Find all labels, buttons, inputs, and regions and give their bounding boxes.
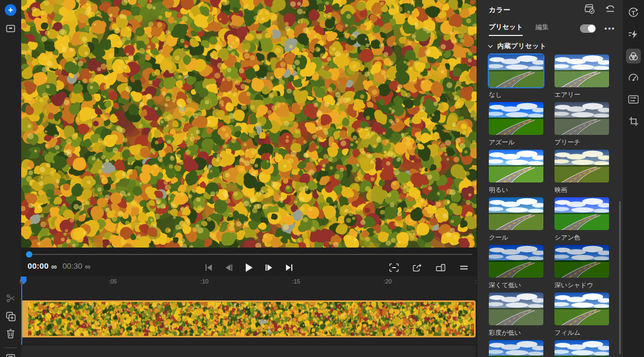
duplicate-clip-button[interactable] [4, 310, 17, 323]
preset-item-bright[interactable]: 明るい [489, 150, 543, 197]
skip-to-end-button[interactable] [284, 262, 294, 273]
fit-screen-button[interactable] [389, 262, 399, 273]
project-panel-button[interactable] [4, 22, 17, 35]
transitions-tool-button[interactable] [626, 27, 641, 42]
preset-item-extra2[interactable] [554, 340, 609, 357]
tab-presets[interactable]: プリセット [489, 23, 523, 35]
color-enabled-toggle[interactable] [580, 24, 596, 33]
speed-icon [628, 73, 639, 83]
preset-item-none[interactable]: なし [489, 54, 543, 102]
color-panel: カラー [477, 0, 623, 357]
duplicate-icon [6, 312, 16, 322]
preset-item-deep_low[interactable]: 深くて低い [489, 245, 543, 292]
builtin-presets-section-header[interactable]: 内蔵プリセット [488, 42, 546, 51]
color-wheel-icon [628, 51, 639, 61]
preset-thumbnail[interactable] [489, 245, 543, 278]
orientation-icon [436, 263, 445, 272]
media-box-icon [6, 24, 15, 33]
preset-road-scene [554, 340, 609, 357]
layers-check-icon [584, 4, 595, 14]
chevron-down-icon [488, 44, 493, 48]
preset-item-extra1[interactable] [489, 340, 543, 357]
preset-label: 深いシャドウ [554, 281, 609, 289]
play-button[interactable] [244, 262, 254, 273]
frame-forward-icon [265, 264, 273, 271]
preset-thumbnail[interactable] [554, 197, 609, 230]
video-preview[interactable] [21, 0, 477, 248]
menu-button[interactable] [459, 262, 469, 273]
playhead-line [21, 283, 22, 345]
frame-back-icon [225, 264, 233, 271]
preset-thumbnail[interactable] [489, 54, 543, 87]
color-panel-header: カラー [489, 4, 615, 16]
preset-item-cyan[interactable]: シアン色 [554, 197, 609, 245]
titles-tool-button[interactable] [626, 5, 641, 20]
preset-item-bleach[interactable]: ブリーチ [554, 102, 609, 150]
preset-road-scene [554, 197, 609, 230]
preset-thumbnail[interactable] [489, 340, 543, 357]
frame-back-button[interactable] [223, 262, 234, 273]
delete-clip-button[interactable] [4, 327, 17, 340]
transitions-icon [628, 30, 639, 39]
ruler-tick: :15 [292, 278, 300, 285]
preset-thumbnail[interactable] [489, 102, 543, 135]
preset-item-cinema[interactable]: 映画 [554, 150, 609, 197]
timeline-ruler[interactable]: 0:05:10:15:20:25 [21, 276, 477, 289]
preset-road-scene [489, 245, 543, 278]
clip-filmstrip [28, 302, 474, 336]
preset-thumbnail[interactable] [554, 245, 609, 278]
preset-item-azure[interactable]: アズール [489, 102, 543, 150]
color-tool-button[interactable] [626, 49, 641, 63]
split-clip-button[interactable] [4, 292, 17, 305]
timeline[interactable]: 0:05:10:15:20:25 [21, 276, 477, 357]
audio-icon [628, 95, 639, 104]
orientation-button[interactable] [435, 262, 446, 273]
preset-item-cool[interactable]: クール [489, 197, 543, 245]
preset-thumbnail[interactable] [554, 292, 609, 325]
trash-icon [6, 329, 15, 338]
empty-track-lane[interactable] [21, 345, 476, 357]
preset-item-desaturated[interactable]: 彩度が低い [489, 292, 543, 340]
preset-label: 映画 [554, 186, 609, 194]
preset-thumbnail[interactable] [489, 197, 543, 230]
track-options-button[interactable] [4, 351, 17, 357]
panel-scrollbar[interactable] [619, 201, 621, 354]
preset-thumbnail[interactable] [554, 150, 609, 182]
apply-to-all-button[interactable] [584, 4, 595, 16]
skip-start-icon [204, 264, 213, 271]
skip-end-icon [285, 264, 293, 271]
preset-road-scene [489, 150, 543, 182]
preset-item-airy[interactable]: エアリー [554, 54, 609, 102]
preset-label: なし [489, 90, 543, 99]
crop-tool-button[interactable] [626, 114, 641, 129]
timeline-clip[interactable] [21, 300, 476, 337]
speed-tool-button[interactable] [626, 70, 641, 85]
skip-to-start-button[interactable] [203, 262, 214, 273]
preview-scrubber[interactable] [21, 250, 477, 259]
preset-thumbnail[interactable] [489, 150, 543, 182]
preset-item-film[interactable]: フィルム [554, 292, 609, 340]
scrubber-track[interactable] [26, 254, 472, 255]
preset-thumbnail[interactable] [489, 292, 543, 325]
preset-thumbnail[interactable] [554, 54, 609, 87]
share-button[interactable] [412, 262, 423, 273]
preset-road-scene [489, 102, 543, 135]
tab-edit[interactable]: 編集 [535, 23, 549, 35]
preset-item-deep_shadow[interactable]: 深いシャドウ [554, 245, 609, 292]
more-options-button[interactable]: ••• [604, 26, 615, 31]
audio-tool-button[interactable] [626, 92, 641, 107]
preset-road-scene [489, 292, 543, 325]
preset-thumbnail[interactable] [554, 102, 609, 135]
frame-forward-button[interactable] [264, 262, 274, 273]
fullscreen-icon [389, 263, 399, 272]
preset-label: 深くて低い [489, 281, 543, 289]
preset-label: 明るい [489, 186, 543, 194]
scrubber-handle[interactable] [26, 251, 32, 258]
preset-thumbnail[interactable] [554, 340, 609, 357]
plus-icon: + [5, 4, 16, 16]
tracks-icon [6, 354, 15, 357]
add-media-button[interactable]: + [4, 4, 17, 16]
reset-color-button[interactable] [605, 4, 615, 16]
ruler-tick: :20 [383, 278, 391, 285]
preset-road-scene [554, 150, 609, 182]
